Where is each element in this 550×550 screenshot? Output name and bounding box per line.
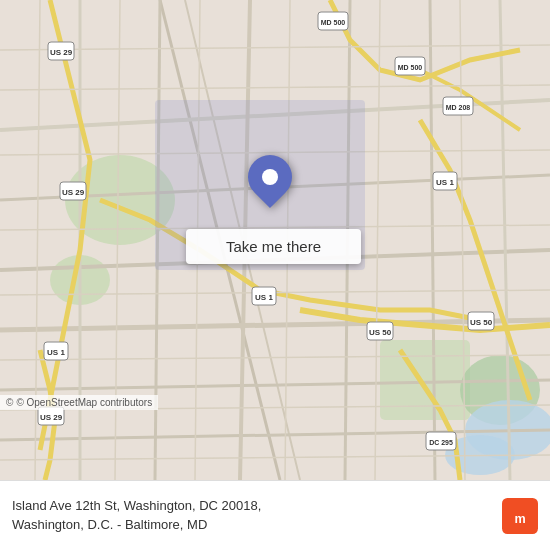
map-container: US 29 MD 500 MD 500 MD 208 US 1 US 29 US… (0, 0, 550, 480)
svg-text:US 50: US 50 (369, 328, 392, 337)
svg-text:US 1: US 1 (47, 348, 65, 357)
svg-text:MD 208: MD 208 (446, 104, 471, 111)
svg-rect-3 (380, 340, 470, 420)
svg-text:m: m (514, 512, 525, 526)
svg-text:MD 500: MD 500 (321, 19, 346, 26)
address-line2: Washington, D.C. - Baltimore, MD (12, 516, 502, 534)
copyright-text: © OpenStreetMap contributors (16, 397, 152, 408)
svg-text:US 29: US 29 (50, 48, 73, 57)
svg-text:US 50: US 50 (470, 318, 493, 327)
svg-text:US 29: US 29 (62, 188, 85, 197)
pin-center (262, 169, 278, 185)
svg-text:MD 500: MD 500 (398, 64, 423, 71)
address-line1: Island Ave 12th St, Washington, DC 20018… (12, 497, 502, 515)
address-info: Island Ave 12th St, Washington, DC 20018… (12, 497, 502, 533)
moovit-logo-svg: m (502, 498, 538, 534)
copyright-icon: © (6, 397, 13, 408)
info-bar: Island Ave 12th St, Washington, DC 20018… (0, 480, 550, 550)
pin-shape (239, 146, 301, 208)
svg-text:DC 295: DC 295 (429, 439, 453, 446)
moovit-logo: m (502, 498, 538, 534)
map-pin (248, 155, 292, 199)
copyright-bar: © © OpenStreetMap contributors (0, 395, 158, 410)
svg-text:US 1: US 1 (436, 178, 454, 187)
take-me-there-button[interactable]: Take me there (186, 229, 361, 264)
svg-text:US 1: US 1 (255, 293, 273, 302)
svg-text:US 29: US 29 (40, 413, 63, 422)
